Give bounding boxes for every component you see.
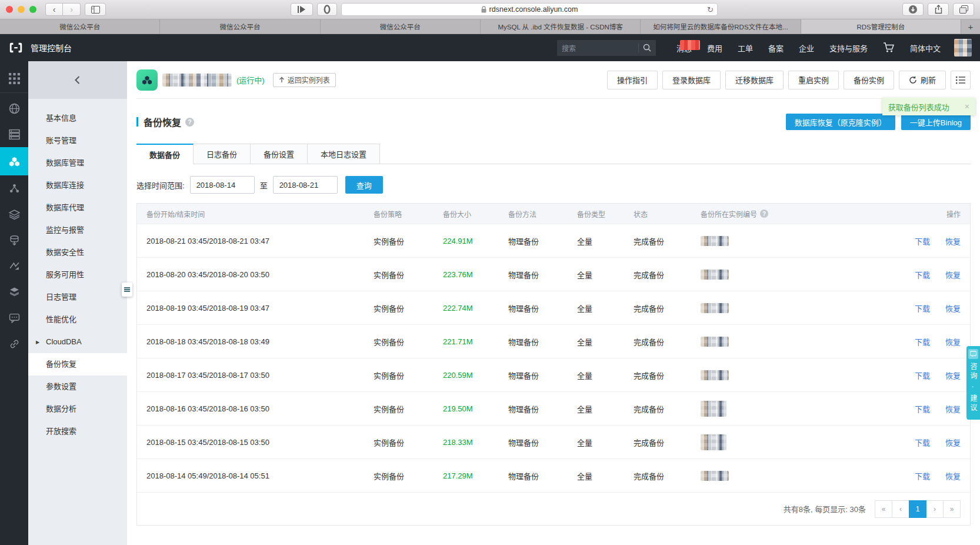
backup-tab[interactable]: 日志备份: [194, 144, 251, 164]
download-link[interactable]: 下载: [915, 403, 930, 414]
sidebar-item[interactable]: 数据库代理: [28, 197, 127, 219]
restore-link[interactable]: 恢复: [945, 269, 961, 280]
topnav-item[interactable]: 消息: [676, 42, 692, 54]
sidebar-item[interactable]: 数据库管理: [28, 152, 127, 174]
restore-link[interactable]: 恢复: [945, 235, 961, 247]
toast-close-icon[interactable]: ×: [965, 102, 969, 111]
instance-action-button[interactable]: 操作指引: [607, 71, 658, 89]
download-link[interactable]: 下载: [915, 269, 930, 280]
pagination-button[interactable]: »: [943, 500, 961, 518]
instance-id-help-icon[interactable]: ?: [760, 210, 768, 218]
topnav-item[interactable]: 费用: [707, 42, 722, 54]
back-button[interactable]: ‹: [45, 3, 63, 16]
sidebar-toggle-button[interactable]: [85, 3, 106, 16]
download-link[interactable]: 下载: [915, 235, 930, 247]
sidebar-item[interactable]: 参数设置: [28, 375, 127, 398]
restore-link[interactable]: 恢复: [945, 303, 961, 314]
sidebar-item[interactable]: 账号管理: [28, 129, 127, 152]
date-to-input[interactable]: 2018-08-21: [273, 176, 338, 194]
topnav-item[interactable]: 工单: [738, 42, 753, 54]
pagination-button[interactable]: ‹: [892, 500, 909, 518]
date-from-input[interactable]: 2018-08-14: [190, 176, 255, 194]
rail-storage-icon[interactable]: [0, 279, 28, 305]
restore-link[interactable]: 恢复: [945, 437, 961, 448]
sidebar-item[interactable]: 服务可用性: [28, 264, 127, 286]
pagination-button[interactable]: «: [875, 500, 892, 518]
rail-message-icon[interactable]: [0, 305, 28, 331]
sidebar-drag-handle[interactable]: [122, 283, 132, 297]
sidebar-collapse-button[interactable]: [28, 61, 127, 99]
new-tab-button[interactable]: +: [961, 19, 980, 34]
forward-button[interactable]: ›: [63, 3, 81, 16]
share-button[interactable]: [928, 3, 949, 16]
primary-button[interactable]: 数据库恢复（原克隆实例）: [786, 114, 895, 130]
reading-list-extension-button[interactable]: [291, 3, 313, 16]
pagination-button[interactable]: 1: [909, 500, 926, 518]
topnav-item[interactable]: 企业: [799, 42, 814, 54]
restore-link[interactable]: 恢复: [945, 336, 961, 347]
download-link[interactable]: 下载: [915, 336, 930, 347]
rail-globe-icon[interactable]: [0, 95, 28, 121]
language-switcher[interactable]: 简体中文: [910, 42, 941, 54]
sidebar-item[interactable]: 数据安全性: [28, 241, 127, 264]
instance-action-button[interactable]: 重启实例: [788, 71, 839, 89]
rail-analytics-icon[interactable]: [0, 253, 28, 279]
refresh-button[interactable]: 刷新: [899, 71, 946, 89]
help-icon[interactable]: ?: [185, 118, 194, 127]
primary-button[interactable]: 一键上传Binlog: [901, 114, 971, 130]
restore-link[interactable]: 恢复: [945, 470, 961, 481]
download-link[interactable]: 下载: [915, 303, 930, 314]
topnav-item[interactable]: 支持与服务: [829, 42, 868, 54]
downloads-button[interactable]: [902, 3, 924, 16]
browser-tab[interactable]: 微信公众平台: [0, 19, 160, 34]
rail-layers-icon[interactable]: [0, 201, 28, 227]
sidebar-item[interactable]: 数据分析: [28, 398, 127, 420]
sidebar-item[interactable]: 基本信息: [28, 107, 127, 129]
download-link[interactable]: 下载: [915, 470, 930, 481]
rail-dts-icon[interactable]: [0, 227, 28, 253]
rail-apps-grid-icon[interactable]: [0, 65, 28, 93]
sidebar-item[interactable]: 数据库连接: [28, 174, 127, 197]
download-link[interactable]: 下载: [915, 370, 930, 381]
list-view-button[interactable]: [951, 71, 971, 89]
rail-server-icon[interactable]: [0, 121, 28, 147]
restore-link[interactable]: 恢复: [945, 370, 961, 381]
download-link[interactable]: 下载: [915, 437, 930, 448]
pagination-button[interactable]: ›: [926, 500, 944, 518]
password-extension-button[interactable]: [317, 3, 337, 16]
consult-feedback-widget[interactable]: 咨询 · 建议: [966, 346, 980, 420]
browser-tab[interactable]: MySQL 从 .ibd 文件恢复数据 - CSDN博客: [481, 19, 641, 34]
browser-tab[interactable]: RDS管理控制台: [801, 19, 961, 34]
query-button[interactable]: 查询: [345, 176, 383, 194]
instance-action-button[interactable]: 备份实例: [844, 71, 894, 89]
cart-icon[interactable]: [883, 42, 895, 54]
restore-link[interactable]: 恢复: [945, 403, 961, 414]
sidebar-item[interactable]: 备份恢复: [28, 353, 127, 375]
topnav-search[interactable]: 搜索: [557, 40, 656, 56]
browser-tab[interactable]: 微信公众平台: [160, 19, 320, 34]
browser-tab[interactable]: 如何将阿里云的数据库备份RDS文件在本地...: [641, 19, 801, 34]
backup-tab[interactable]: 备份设置: [251, 144, 308, 164]
instance-action-button[interactable]: 迁移数据库: [725, 71, 784, 89]
backup-tab[interactable]: 本地日志设置: [308, 144, 380, 164]
tab-overview-button[interactable]: [953, 3, 974, 16]
topnav-item[interactable]: 备案: [768, 42, 784, 54]
backup-tab[interactable]: 数据备份: [136, 144, 194, 164]
browser-tab[interactable]: 微信公众平台: [321, 19, 481, 34]
sidebar-item[interactable]: 监控与报警: [28, 219, 127, 241]
back-to-instances-button[interactable]: 返回实例列表: [273, 73, 336, 87]
zoom-window-button[interactable]: [29, 6, 36, 13]
sidebar-item[interactable]: 性能优化: [28, 308, 127, 331]
minimize-window-button[interactable]: [18, 6, 25, 13]
rail-rds-icon[interactable]: [0, 147, 28, 175]
close-window-button[interactable]: [6, 6, 13, 13]
address-bar[interactable]: rdsnext.console.aliyun.com ↻: [341, 3, 718, 16]
sidebar-item[interactable]: CloudDBA: [28, 331, 127, 353]
reload-icon[interactable]: ↻: [707, 5, 714, 14]
user-avatar[interactable]: [954, 39, 972, 57]
instance-action-button[interactable]: 登录数据库: [662, 71, 721, 89]
sidebar-item[interactable]: 开放搜索: [28, 420, 127, 443]
rail-link-icon[interactable]: [0, 331, 28, 357]
sidebar-item[interactable]: 日志管理: [28, 286, 127, 308]
rail-topology-icon[interactable]: [0, 175, 28, 201]
